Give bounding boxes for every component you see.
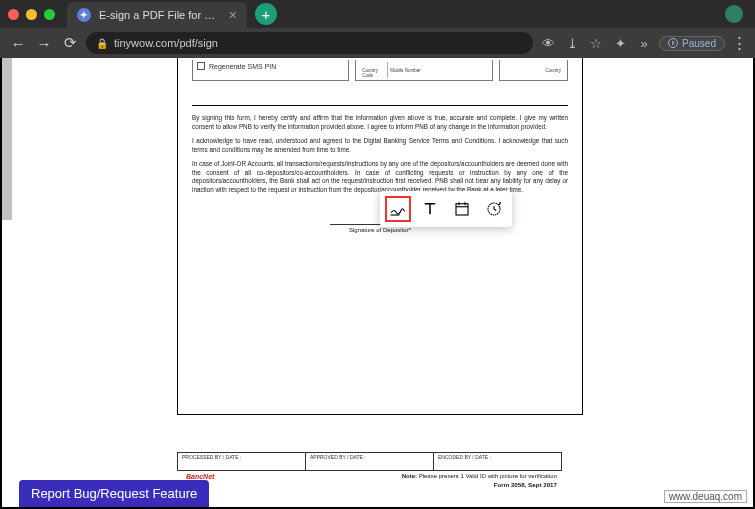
- mobile-number-label: Mobile Number: [388, 62, 488, 78]
- eye-off-icon[interactable]: 👁: [539, 36, 557, 51]
- install-icon[interactable]: ⤓: [563, 36, 581, 51]
- paused-label: Paused: [682, 38, 716, 49]
- browser-tab[interactable]: ✦ E-sign a PDF File for Free (no s ×: [67, 2, 247, 28]
- signature-icon: [389, 200, 407, 218]
- reload-button[interactable]: ⟳: [60, 34, 80, 52]
- encoded-by-cell: ENCODED BY / DATE :: [434, 453, 561, 470]
- report-bug-button[interactable]: Report Bug/Request Feature: [19, 480, 209, 507]
- text-icon: [421, 200, 439, 218]
- share-icon[interactable]: »: [635, 36, 653, 51]
- profile-avatar[interactable]: [725, 5, 743, 23]
- signing-toolbar: [380, 191, 512, 227]
- profile-paused-button[interactable]: ⏸ Paused: [659, 36, 725, 51]
- regenerate-sms-checkbox[interactable]: Regenerate SMS PIN: [197, 62, 344, 70]
- signature-tool-button[interactable]: [385, 196, 411, 222]
- time-tool-button[interactable]: [481, 196, 507, 222]
- svg-rect-1: [456, 204, 468, 215]
- back-button[interactable]: ←: [8, 35, 28, 52]
- declaration-paragraph-2: I acknowledge to have read, understood a…: [178, 137, 582, 154]
- country-code-label: Country Code: [360, 62, 388, 78]
- approved-by-cell: APPROVED BY / DATE :: [306, 453, 434, 470]
- date-tool-button[interactable]: [449, 196, 475, 222]
- form-number: Form 2058, Sept 2017: [494, 481, 557, 488]
- declaration-paragraph-1: By signing this form, I hereby certify a…: [178, 114, 582, 131]
- left-scrollbar[interactable]: [2, 58, 12, 220]
- window-minimize-button[interactable]: [26, 9, 37, 20]
- star-icon[interactable]: ☆: [587, 36, 605, 51]
- regenerate-label: Regenerate SMS PIN: [209, 63, 276, 70]
- footer-table: PROCESSED BY / DATE : APPROVED BY / DATE…: [177, 452, 562, 471]
- pdf-page: Regenerate SMS PIN Country Code Mobile N…: [177, 58, 583, 415]
- processed-by-cell: PROCESSED BY / DATE :: [178, 453, 306, 470]
- calendar-icon: [453, 200, 471, 218]
- url-text: tinywow.com/pdf/sign: [114, 37, 523, 49]
- tab-favicon-icon: ✦: [77, 8, 91, 22]
- browser-menu-button[interactable]: ⋮: [731, 34, 747, 52]
- bancnet-logo: BancNet: [186, 473, 214, 480]
- declaration-paragraph-3: In case of Joint-OR Accounts, all transa…: [178, 160, 582, 194]
- footer-note: Note: Please present 1 Valid ID with pic…: [402, 473, 557, 479]
- signature-label: Signature of Depositor*: [178, 227, 582, 233]
- watermark: www.deuaq.com: [664, 490, 747, 503]
- window-close-button[interactable]: [8, 9, 19, 20]
- extensions-icon[interactable]: ✦: [611, 36, 629, 51]
- address-bar[interactable]: 🔒 tinywow.com/pdf/sign: [86, 32, 533, 54]
- new-tab-button[interactable]: +: [255, 3, 277, 25]
- pause-indicator-icon: ⏸: [668, 38, 678, 48]
- lock-icon: 🔒: [96, 38, 108, 49]
- clock-icon: [485, 200, 503, 218]
- forward-button[interactable]: →: [34, 35, 54, 52]
- tab-title: E-sign a PDF File for Free (no s: [99, 9, 221, 21]
- country-label: Country: [504, 62, 563, 73]
- tab-close-icon[interactable]: ×: [229, 7, 237, 23]
- text-tool-button[interactable]: [417, 196, 443, 222]
- window-maximize-button[interactable]: [44, 9, 55, 20]
